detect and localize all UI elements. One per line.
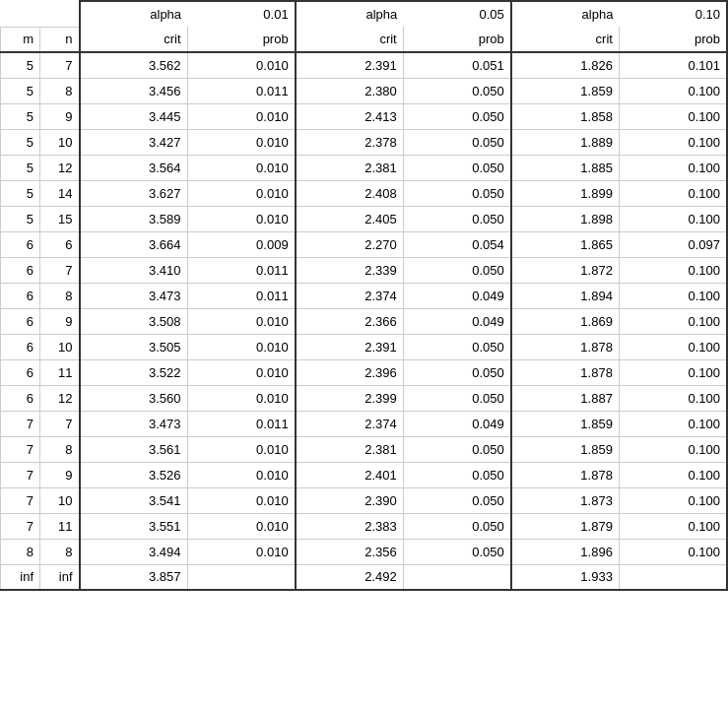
- table-row: 793.5260.0102.4010.0501.8780.100: [1, 462, 728, 487]
- cell-row6-col6: 1.898: [511, 206, 620, 231]
- cell-row0-col6: 1.826: [511, 52, 620, 78]
- table-row: 683.4730.0112.3740.0491.8940.100: [1, 283, 728, 308]
- cell-row14-col2: 3.473: [80, 411, 188, 436]
- cell-row11-col0: 6: [1, 334, 40, 359]
- cell-row3-col4: 2.378: [296, 129, 404, 155]
- cell-row19-col3: 0.010: [187, 539, 296, 564]
- table-row: 783.5610.0102.3810.0501.8590.100: [1, 436, 728, 462]
- cell-row0-col3: 0.010: [187, 52, 296, 78]
- cell-row12-col7: 0.100: [619, 359, 727, 385]
- table-wrapper: alpha 0.01 alpha 0.05 alpha 0.10 m n cri…: [0, 0, 728, 591]
- stats-table: alpha 0.01 alpha 0.05 alpha 0.10 m n cri…: [0, 0, 728, 591]
- cell-row15-col5: 0.050: [403, 436, 511, 462]
- header-row-alpha: alpha 0.01 alpha 0.05 alpha 0.10: [1, 1, 728, 27]
- cell-row9-col1: 8: [40, 283, 80, 308]
- table-row: infinf3.8572.4921.933: [1, 564, 728, 590]
- cell-row14-col3: 0.011: [187, 411, 296, 436]
- cell-row14-col0: 7: [1, 411, 40, 436]
- cell-row7-col5: 0.054: [403, 231, 511, 257]
- cell-row10-col4: 2.366: [296, 308, 404, 334]
- cell-row16-col0: 7: [1, 462, 40, 487]
- cell-row11-col5: 0.050: [403, 334, 511, 359]
- cell-row19-col7: 0.100: [619, 539, 727, 564]
- cell-row10-col2: 3.508: [80, 308, 188, 334]
- cell-row14-col5: 0.049: [403, 411, 511, 436]
- cell-row4-col4: 2.381: [296, 155, 404, 180]
- cell-row14-col1: 7: [40, 411, 80, 436]
- cell-row6-col0: 5: [1, 206, 40, 231]
- crit2-header: crit: [296, 27, 404, 52]
- cell-row1-col6: 1.859: [511, 78, 620, 103]
- empty-cell-1: [1, 1, 40, 27]
- cell-row19-col4: 2.356: [296, 539, 404, 564]
- cell-row6-col4: 2.405: [296, 206, 404, 231]
- alpha3-label: alpha: [511, 1, 620, 27]
- cell-row8-col3: 0.011: [187, 257, 296, 283]
- prob3-header: prob: [619, 27, 727, 52]
- cell-row18-col4: 2.383: [296, 513, 404, 539]
- cell-row6-col7: 0.100: [619, 206, 727, 231]
- cell-row17-col5: 0.050: [403, 487, 511, 513]
- cell-row17-col3: 0.010: [187, 487, 296, 513]
- cell-row19-col2: 3.494: [80, 539, 188, 564]
- cell-row12-col4: 2.396: [296, 359, 404, 385]
- cell-row9-col2: 3.473: [80, 283, 188, 308]
- cell-row6-col5: 0.050: [403, 206, 511, 231]
- cell-row14-col6: 1.859: [511, 411, 620, 436]
- table-row: 7103.5410.0102.3900.0501.8730.100: [1, 487, 728, 513]
- cell-row16-col6: 1.878: [511, 462, 620, 487]
- table-row: 573.5620.0102.3910.0511.8260.101: [1, 52, 728, 78]
- cell-row20-col4: 2.492: [296, 564, 404, 590]
- cell-row7-col2: 3.664: [80, 231, 188, 257]
- table-row: 773.4730.0112.3740.0491.8590.100: [1, 411, 728, 436]
- cell-row15-col0: 7: [1, 436, 40, 462]
- cell-row11-col7: 0.100: [619, 334, 727, 359]
- cell-row20-col5: [403, 564, 511, 590]
- table-row: 883.4940.0102.3560.0501.8960.100: [1, 539, 728, 564]
- cell-row1-col3: 0.011: [187, 78, 296, 103]
- cell-row1-col5: 0.050: [403, 78, 511, 103]
- cell-row0-col0: 5: [1, 52, 40, 78]
- cell-row18-col3: 0.010: [187, 513, 296, 539]
- cell-row2-col2: 3.445: [80, 103, 188, 129]
- cell-row16-col4: 2.401: [296, 462, 404, 487]
- cell-row16-col3: 0.010: [187, 462, 296, 487]
- cell-row7-col4: 2.270: [296, 231, 404, 257]
- alpha1-label: alpha: [80, 1, 188, 27]
- cell-row9-col0: 6: [1, 283, 40, 308]
- cell-row20-col1: inf: [40, 564, 80, 590]
- cell-row3-col5: 0.050: [403, 129, 511, 155]
- cell-row13-col7: 0.100: [619, 385, 727, 411]
- header-row-labels: m n crit prob crit prob crit prob: [1, 27, 728, 52]
- cell-row10-col5: 0.049: [403, 308, 511, 334]
- cell-row11-col3: 0.010: [187, 334, 296, 359]
- cell-row9-col5: 0.049: [403, 283, 511, 308]
- table-row: 593.4450.0102.4130.0501.8580.100: [1, 103, 728, 129]
- cell-row10-col1: 9: [40, 308, 80, 334]
- cell-row12-col3: 0.010: [187, 359, 296, 385]
- cell-row14-col4: 2.374: [296, 411, 404, 436]
- cell-row1-col4: 2.380: [296, 78, 404, 103]
- cell-row6-col3: 0.010: [187, 206, 296, 231]
- cell-row10-col7: 0.100: [619, 308, 727, 334]
- cell-row15-col6: 1.859: [511, 436, 620, 462]
- cell-row6-col1: 15: [40, 206, 80, 231]
- cell-row9-col6: 1.894: [511, 283, 620, 308]
- table-row: 6103.5050.0102.3910.0501.8780.100: [1, 334, 728, 359]
- cell-row5-col2: 3.627: [80, 180, 188, 206]
- cell-row8-col4: 2.339: [296, 257, 404, 283]
- col-n-header: n: [40, 27, 80, 52]
- cell-row20-col3: [187, 564, 296, 590]
- alpha3-value: 0.10: [619, 1, 727, 27]
- cell-row4-col2: 3.564: [80, 155, 188, 180]
- table-row: 663.6640.0092.2700.0541.8650.097: [1, 231, 728, 257]
- cell-row12-col5: 0.050: [403, 359, 511, 385]
- cell-row13-col5: 0.050: [403, 385, 511, 411]
- table-row: 583.4560.0112.3800.0501.8590.100: [1, 78, 728, 103]
- cell-row17-col6: 1.873: [511, 487, 620, 513]
- cell-row18-col2: 3.551: [80, 513, 188, 539]
- cell-row0-col2: 3.562: [80, 52, 188, 78]
- cell-row17-col1: 10: [40, 487, 80, 513]
- cell-row7-col1: 6: [40, 231, 80, 257]
- cell-row13-col0: 6: [1, 385, 40, 411]
